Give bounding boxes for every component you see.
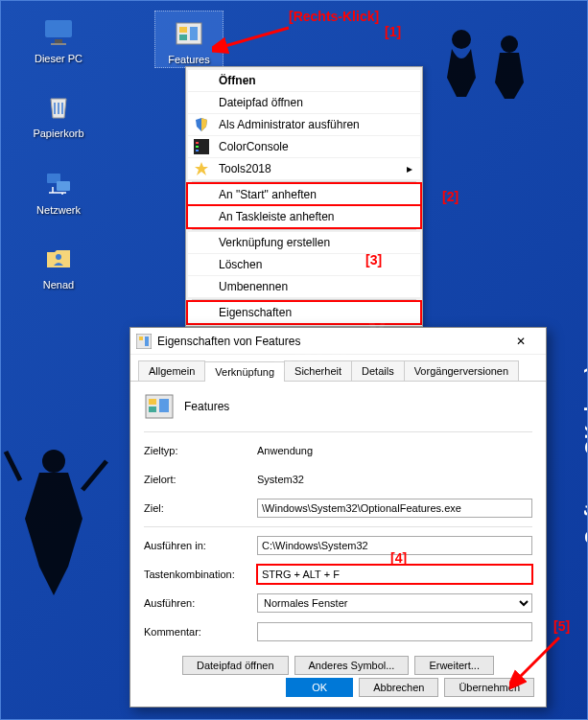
svg-rect-17: [136, 334, 152, 349]
svg-rect-11: [179, 35, 187, 40]
menu-item-label: Tools2018: [219, 162, 271, 175]
menu-item-tools2018[interactable]: Tools2018▸: [188, 158, 420, 179]
menu-item-pin-taskbar[interactable]: An Taskleiste anheften: [188, 206, 420, 227]
desktop-icon-recycle[interactable]: Papierkorb: [25, 87, 92, 139]
desktop-icon-label: Nenad: [25, 279, 92, 290]
menu-item-admin[interactable]: Als Administrator ausführen: [188, 114, 420, 135]
svg-rect-14: [196, 142, 199, 144]
field-val-zieltyp: Anwendung: [257, 445, 532, 456]
console-icon: [194, 139, 209, 154]
desktop-icon-thispc[interactable]: Dieser PC: [25, 12, 92, 64]
annotation-num-5: [5]: [553, 618, 570, 634]
menu-item-label: Eigenschaften: [219, 306, 292, 319]
svg-rect-22: [149, 406, 156, 412]
svg-rect-4: [55, 39, 62, 43]
annotation-num-1: [1]: [385, 24, 401, 39]
menu-item-label: An "Start" anheften: [219, 188, 317, 201]
svg-point-2: [42, 450, 65, 473]
svg-rect-3: [45, 20, 72, 37]
advanced-button[interactable]: Erweitert...: [414, 656, 494, 675]
menu-item-colorconsole[interactable]: ColorConsole: [188, 136, 420, 157]
features-icon: [170, 13, 208, 52]
menu-item-label: Dateipfad öffnen: [219, 96, 303, 109]
field-select-run[interactable]: Normales Fenster: [257, 593, 532, 613]
annotation-num-4: [4]: [390, 550, 407, 566]
svg-rect-9: [176, 23, 201, 44]
chevron-right-icon: ▸: [407, 162, 412, 175]
annotation-label-1: [Rechts-Klick]: [289, 9, 379, 24]
menu-item-label: Umbenennen: [219, 280, 288, 293]
svg-point-8: [56, 254, 61, 260]
menu-item-label: Verknüpfung erstellen: [219, 236, 330, 249]
open-path-button[interactable]: Dateipfad öffnen: [182, 656, 289, 675]
menu-item-label: Als Administrator ausführen: [219, 118, 360, 131]
annotation-num-2: [2]: [442, 189, 459, 204]
cancel-button[interactable]: Abbrechen: [359, 678, 438, 697]
dialog-title: Eigenschaften von Features: [157, 335, 502, 348]
annotation-num-3: [3]: [365, 252, 382, 267]
titlebar[interactable]: Eigenschaften von Features ✕: [130, 328, 546, 355]
change-icon-button[interactable]: Anderes Symbol...: [294, 656, 410, 675]
menu-item-delete[interactable]: Löschen: [188, 254, 420, 275]
features-icon: [144, 391, 175, 422]
menu-item-label: ColorConsole: [219, 140, 289, 153]
field-label-zieltyp: Zieltyp:: [144, 445, 257, 456]
dialog-body: Features Zieltyp:Anwendung Zielort:Syste…: [130, 382, 546, 685]
tab-allgemein[interactable]: Allgemein: [138, 360, 205, 381]
tab-strip: Allgemein Verknüpfung Sicherheit Details…: [130, 355, 546, 382]
shield-icon: [194, 117, 209, 132]
context-menu: Öffnen Dateipfad öffnen Als Administrato…: [185, 66, 423, 327]
properties-dialog: Eigenschaften von Features ✕ Allgemein V…: [129, 327, 547, 708]
dialog-footer: OK Abbrechen Übernehmen: [286, 678, 534, 697]
ok-button[interactable]: OK: [286, 678, 353, 697]
network-icon: [39, 164, 78, 202]
watermark-side: www.SoftwareOK.de :-): [581, 365, 588, 596]
desktop-icon-label: Papierkorb: [25, 128, 92, 139]
menu-item-shortcut[interactable]: Verknüpfung erstellen: [188, 232, 420, 253]
svg-rect-21: [149, 399, 156, 405]
field-label-kommentar: Kommentar:: [144, 626, 257, 638]
svg-point-1: [501, 35, 518, 53]
svg-rect-10: [179, 27, 187, 33]
tab-details[interactable]: Details: [351, 360, 405, 381]
menu-item-rename[interactable]: Umbenennen: [188, 276, 420, 297]
tab-vorgaenger[interactable]: Vorgängerversionen: [404, 360, 519, 381]
menu-item-open-path[interactable]: Dateipfad öffnen: [188, 92, 420, 113]
monitor-icon: [39, 12, 78, 51]
svg-rect-15: [196, 146, 199, 148]
menu-item-label: An Taskleiste anheften: [219, 210, 335, 223]
menu-separator: [192, 229, 416, 230]
menu-separator: [192, 181, 416, 182]
svg-rect-16: [196, 150, 199, 151]
field-label-ausf: Ausführen:: [144, 597, 257, 609]
desktop-icon-label: Netzwerk: [25, 204, 92, 216]
field-label-ausfin: Ausführen in:: [144, 540, 257, 551]
svg-rect-18: [139, 337, 143, 340]
menu-separator: [192, 299, 416, 300]
star-icon: [194, 161, 209, 176]
field-label-tasten: Tastenkombination:: [144, 569, 257, 580]
desktop-icon-user[interactable]: Nenad: [25, 239, 92, 290]
field-input-comment[interactable]: [257, 622, 532, 641]
menu-item-label: Öffnen: [219, 74, 256, 87]
desktop-icon-network[interactable]: Netzwerk: [25, 164, 92, 216]
close-button[interactable]: ✕: [502, 330, 540, 353]
menu-item-label: Löschen: [219, 258, 262, 271]
svg-rect-7: [57, 181, 70, 191]
dialog-app-name: Features: [184, 400, 229, 413]
field-label-ziel: Ziel:: [144, 502, 257, 514]
features-icon: [136, 334, 152, 349]
svg-point-0: [452, 30, 471, 49]
tab-sicherheit[interactable]: Sicherheit: [284, 360, 352, 381]
menu-item-pin-start[interactable]: An "Start" anheften: [188, 184, 420, 205]
tab-verknuepfung[interactable]: Verknüpfung: [204, 361, 285, 382]
field-label-zielort: Zielort:: [144, 474, 257, 485]
svg-rect-19: [145, 337, 149, 346]
field-val-zielort: System32: [257, 474, 532, 485]
menu-item-properties[interactable]: Eigenschaften: [188, 302, 420, 323]
field-input-hotkey[interactable]: [257, 565, 532, 584]
folder-user-icon: [39, 239, 78, 277]
trash-icon: [39, 87, 78, 126]
menu-item-open[interactable]: Öffnen: [188, 70, 420, 91]
field-input-ziel[interactable]: [257, 499, 532, 518]
